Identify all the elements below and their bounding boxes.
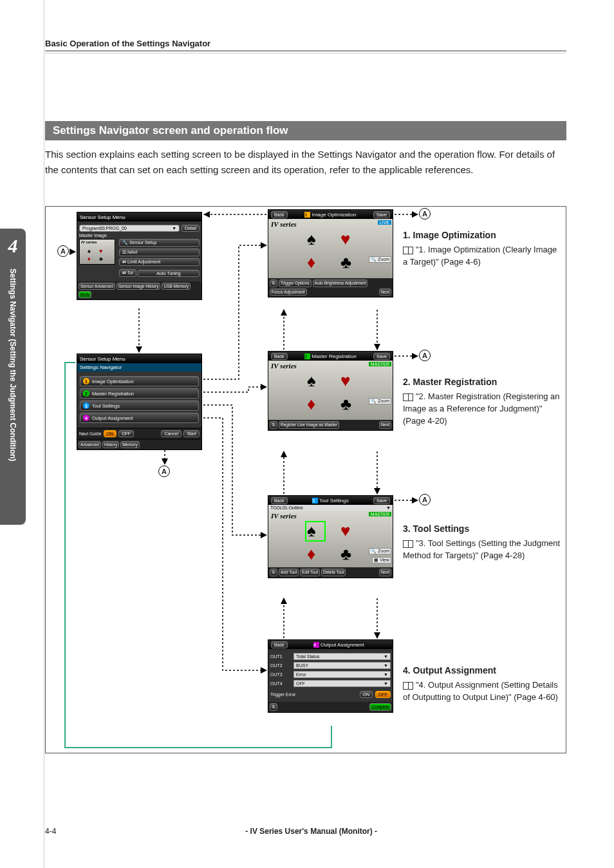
s1-next-button[interactable]: Next	[379, 288, 391, 296]
section-title-bar: Settings Navigator screen and operation …	[45, 121, 566, 140]
live-badge: LIVE	[378, 220, 391, 225]
nav-screen-title: Sensor Setup Menu	[80, 356, 126, 362]
nav-memory-button[interactable]: Memory	[120, 441, 139, 448]
s3-back-button[interactable]: Back	[271, 497, 288, 504]
s1-scroll-icon[interactable]: ⇅	[270, 279, 277, 287]
tol-button[interactable]: ⇄ Tol	[119, 269, 136, 277]
s1-title: Image Optimization	[312, 212, 356, 218]
sensor-setup-menu-screen: Sensor Setup Menu Program00:PROG_00▼ Det…	[77, 212, 202, 300]
s4-title: Output Assignment	[321, 642, 364, 648]
out3-select[interactable]: Error▼	[293, 671, 391, 678]
sensor-menu-title: Sensor Setup Menu	[80, 214, 126, 220]
marker-a: A	[419, 494, 431, 505]
out3-label: OUT3	[270, 672, 291, 677]
navi-off-button[interactable]: OFF	[118, 430, 134, 437]
s1-focus-adjustment-button[interactable]: Focus Adjustment	[270, 288, 307, 296]
out4-select[interactable]: OFF▼	[293, 680, 391, 687]
usb-memory-button[interactable]: USB Memory	[162, 283, 191, 290]
book-icon	[403, 682, 413, 690]
s1-trigger-options-button[interactable]: Trigger Options	[279, 279, 312, 287]
s1-camera: IV series LIVE ♠♥♦♣ 🔍 Zoom	[268, 219, 393, 278]
master-image-label: Master Image	[79, 233, 200, 238]
s1-zoom-button[interactable]: 🔍 Zoom	[369, 256, 391, 263]
s2-camera: IV series MASTER ♠♥♦♣ 🔍 Zoom	[268, 361, 393, 420]
nav-advanced-button[interactable]: Advanced	[79, 441, 101, 448]
out4-label: OUT4	[270, 681, 291, 686]
s3-delete-tool-button[interactable]: Delete Tool	[321, 569, 346, 576]
navi-guide-label: Navi Guide	[79, 431, 102, 436]
tool-settings-screen: Back 3 Tool Settings Save TOOL01:Outline…	[268, 495, 393, 578]
nav-item-output-assignment[interactable]: 4Output Assignment	[80, 413, 199, 423]
nav-screen-subtitle: Settings Navigator	[77, 363, 201, 372]
s4-scroll-icon[interactable]: ⇅	[270, 703, 277, 711]
detail-button[interactable]: Detail	[181, 225, 200, 232]
image-optimization-screen: Back 1 Image Optimization Save IV series…	[268, 209, 393, 297]
sensor-setup-button[interactable]: 🔧 Sensor Setup	[119, 239, 200, 247]
s1-back-button[interactable]: Back	[271, 211, 288, 218]
sensor-advanced-button[interactable]: Sensor Advanced	[79, 283, 115, 290]
running-head: Basic Operation of the Settings Navigato…	[45, 39, 210, 48]
dropdown-icon: ▼	[172, 226, 176, 231]
out1-label: OUT1	[270, 654, 291, 659]
chapter-tab: 4 Settings Navigator (Setting the Judgme…	[0, 229, 26, 525]
book-icon	[403, 540, 413, 548]
master-image-thumb: IV series ♠ ♥ ♦ ♣	[79, 239, 115, 265]
s3-view-button[interactable]: ▦ View	[372, 557, 391, 563]
desc-tool-settings: 3. Tool Settings "3. Tool Settings (Sett…	[403, 522, 564, 562]
trigger-off-button[interactable]: OFF	[375, 691, 391, 698]
chapter-title: Settings Navigator (Setting the Judgment…	[8, 269, 17, 461]
out1-select[interactable]: Total Status▼	[293, 653, 391, 660]
s4-back-button[interactable]: Back	[271, 641, 288, 648]
s3-next-button[interactable]: Next	[379, 569, 391, 576]
nav-start-button[interactable]: Start	[183, 430, 200, 437]
limit-adjustment-button[interactable]: ⇄ Limit Adjustment	[119, 258, 200, 266]
s3-title: Tool Settings	[319, 498, 349, 504]
desc-master-registration: 2. Master Registration "2. Master Regist…	[403, 375, 564, 428]
s3-edit-tool-button[interactable]: Edit Tool	[300, 569, 320, 576]
marker-a: A	[57, 245, 69, 257]
s2-register-master-button[interactable]: Register Live Image as Master	[279, 421, 339, 429]
s2-scroll-icon[interactable]: ⇅	[270, 421, 277, 429]
s2-back-button[interactable]: Back	[271, 353, 288, 360]
trigger-on-button[interactable]: ON	[360, 691, 373, 698]
out2-select[interactable]: BUSY▼	[293, 662, 391, 669]
s3-tool-select[interactable]: TOOL01:Outline▼	[268, 505, 393, 511]
s3-scroll-icon[interactable]: ⇅	[270, 569, 277, 576]
nav-cancel-button[interactable]: Cancel	[161, 430, 181, 437]
sensor-history-button[interactable]: Sensor Image History	[116, 283, 161, 290]
navi-on-button[interactable]: ON	[104, 430, 117, 437]
nav-item-image-optimization[interactable]: 1Image Optimization	[80, 376, 199, 386]
s3-save-button[interactable]: Save	[373, 497, 390, 504]
flow-diagram: Sensor Setup Menu Program00:PROG_00▼ Det…	[45, 206, 566, 753]
s2-title: Master Registration	[312, 354, 356, 359]
section-intro: This section explains each setting scree…	[45, 147, 566, 178]
desc-output-assignment: 4. Output Assignment "4. Output Assignme…	[403, 664, 564, 704]
s2-next-button[interactable]: Next	[379, 421, 391, 429]
settings-navigator-screen: Sensor Setup Menu Settings Navigator 1Im…	[77, 354, 202, 450]
book-icon	[403, 247, 413, 254]
header-rule	[45, 50, 566, 52]
navi-button[interactable]: ☰ NAVI	[119, 249, 200, 256]
master-badge: MASTER	[369, 512, 391, 516]
s1-auto-brightness-button[interactable]: Auto Brightness Adjustment	[313, 279, 368, 287]
s4-complete-button[interactable]: Complete	[369, 703, 391, 711]
master-registration-screen: Back 2 Master Registration Save IV serie…	[268, 351, 393, 431]
output-assignment-screen: Back 4 Output Assignment OUT1Total Statu…	[268, 639, 393, 713]
run-button[interactable]: RUN	[79, 291, 91, 298]
nav-item-master-registration[interactable]: 2Master Registration	[80, 388, 199, 399]
marker-a: A	[419, 208, 431, 220]
marker-a: A	[158, 466, 170, 477]
header-rule-shadow	[45, 53, 566, 53]
s1-save-button[interactable]: Save	[373, 211, 390, 218]
page-footer: 4-4 - IV Series User's Manual (Monitor) …	[45, 827, 566, 836]
manual-title-footer: - IV Series User's Manual (Monitor) -	[245, 827, 377, 836]
nav-item-tool-settings[interactable]: 3Tool Settings	[80, 401, 199, 411]
s2-zoom-button[interactable]: 🔍 Zoom	[369, 398, 391, 404]
s3-add-tool-button[interactable]: Add Tool	[279, 569, 299, 576]
program-label: Program00:PROG_00	[82, 226, 127, 231]
nav-history-button[interactable]: History	[102, 441, 119, 448]
s3-zoom-button[interactable]: 🔍 Zoom	[369, 548, 391, 554]
dropdown-icon: ▼	[386, 505, 391, 510]
auto-tuning-button[interactable]: Auto Tuning	[138, 270, 200, 277]
s2-save-button[interactable]: Save	[373, 353, 390, 360]
